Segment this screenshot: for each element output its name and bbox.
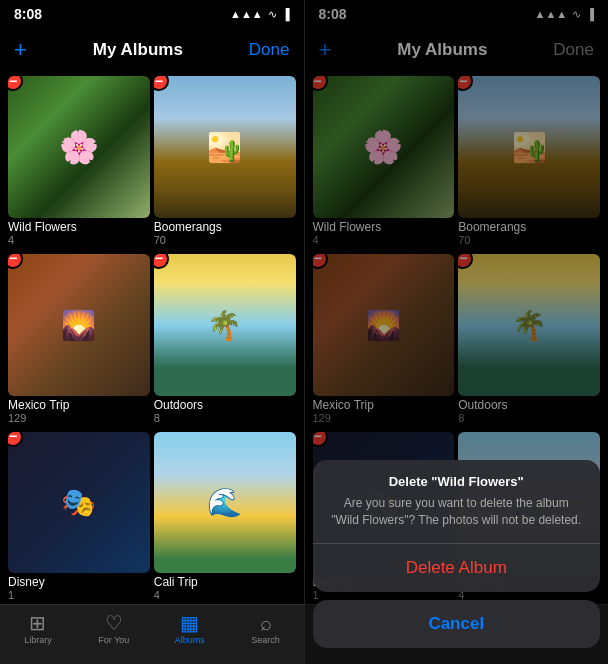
album-item-cali-left[interactable]: Cali Trip 4 [154,432,296,605]
album-info-wild-flowers-left: Wild Flowers 4 [8,218,150,250]
album-info-cali-left: Cali Trip 4 [154,573,296,604]
album-name-outdoors-left: Outdoors [154,398,296,412]
album-item-wild-flowers-left[interactable]: Wild Flowers 4 [8,76,150,250]
album-name-wild-flowers-left: Wild Flowers [8,220,150,234]
action-sheet-card: Delete "Wild Flowers" Are you sure you w… [313,460,601,592]
delete-badge-wild-flowers-left[interactable] [8,76,23,91]
signal-icon-left: ▲▲▲ [230,8,263,20]
albums-icon-left: ▦ [180,613,199,633]
cancel-button[interactable]: Cancel [313,600,601,648]
album-thumb-cali-left [154,432,296,574]
album-thumb-mexico-left [8,254,150,396]
delete-badge-disney-left[interactable] [8,432,23,447]
right-panel: 8:08 ▲▲▲ ∿ ▐ + My Albums Done Wild Flowe… [305,0,609,664]
dialog-message: Are you sure you want to delete the albu… [313,493,601,543]
foryou-icon-left: ♡ [105,613,123,633]
delete-badge-mexico-left[interactable] [8,254,23,269]
tab-bar-left: ⊞ Library ♡ For You ▦ Albums ⌕ Search [0,604,304,664]
library-label-left: Library [24,635,52,645]
library-icon-left: ⊞ [29,613,46,633]
album-thumb-wild-flowers-left [8,76,150,218]
wifi-icon-left: ∿ [268,8,277,21]
album-item-mexico-left[interactable]: Mexico Trip 129 [8,254,150,428]
tab-albums-left[interactable]: ▦ Albums [162,613,217,645]
albums-grid-left: Wild Flowers 4 Boomerangs 70 Mexico Trip… [0,72,304,604]
battery-icon-left: ▐ [282,8,290,20]
album-name-boomerangs-left: Boomerangs [154,220,296,234]
album-thumb-disney-left [8,432,150,574]
tab-search-left[interactable]: ⌕ Search [238,613,293,645]
add-button-left[interactable]: + [14,39,27,61]
dialog-title: Delete "Wild Flowers" [313,460,601,493]
tab-library-left[interactable]: ⊞ Library [10,613,65,645]
left-panel: 8:08 ▲▲▲ ∿ ▐ + My Albums Done Wild Flowe… [0,0,304,664]
album-thumb-outdoors-left [154,254,296,396]
album-count-cali-left: 4 [154,589,296,601]
album-name-cali-left: Cali Trip [154,575,296,589]
album-count-boomerangs-left: 70 [154,234,296,246]
nav-bar-left: + My Albums Done [0,28,304,72]
search-icon-left: ⌕ [260,613,272,633]
nav-title-left: My Albums [93,40,183,60]
album-name-mexico-left: Mexico Trip [8,398,150,412]
album-name-disney-left: Disney [8,575,150,589]
album-count-wild-flowers-left: 4 [8,234,150,246]
status-time-left: 8:08 [14,6,42,22]
search-label-left: Search [251,635,280,645]
album-count-outdoors-left: 8 [154,412,296,424]
album-item-outdoors-left[interactable]: Outdoors 8 [154,254,296,428]
album-count-mexico-left: 129 [8,412,150,424]
status-bar-left: 8:08 ▲▲▲ ∿ ▐ [0,0,304,28]
album-item-disney-left[interactable]: Disney 1 [8,432,150,605]
album-info-boomerangs-left: Boomerangs 70 [154,218,296,250]
dialog-overlay: Delete "Wild Flowers" Are you sure you w… [305,0,609,664]
album-info-outdoors-left: Outdoors 8 [154,396,296,428]
tab-foryou-left[interactable]: ♡ For You [86,613,141,645]
action-sheet: Delete "Wild Flowers" Are you sure you w… [305,460,609,664]
albums-label-left: Albums [175,635,205,645]
album-item-boomerangs-left[interactable]: Boomerangs 70 [154,76,296,250]
album-count-disney-left: 1 [8,589,150,601]
status-icons-left: ▲▲▲ ∿ ▐ [230,8,289,21]
delete-album-button[interactable]: Delete Album [313,544,601,592]
done-button-left[interactable]: Done [249,40,290,60]
delete-badge-outdoors-left[interactable] [154,254,169,269]
delete-badge-boomerangs-left[interactable] [154,76,169,91]
foryou-label-left: For You [98,635,129,645]
album-info-disney-left: Disney 1 [8,573,150,604]
album-thumb-boomerangs-left [154,76,296,218]
album-info-mexico-left: Mexico Trip 129 [8,396,150,428]
